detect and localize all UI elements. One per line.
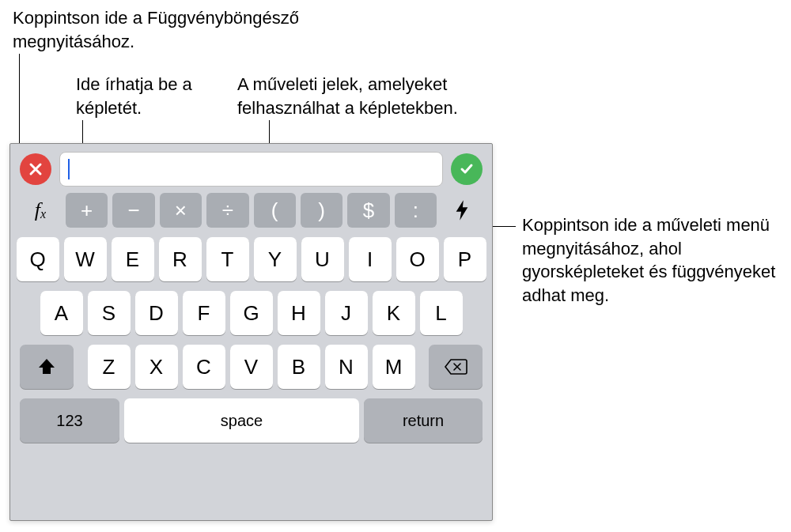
key-a[interactable]: A — [40, 291, 83, 335]
callout-operators: A műveleti jelek, amelyeket felhasználha… — [237, 73, 490, 119]
operator-minus-button[interactable]: − — [112, 193, 154, 228]
key-q[interactable]: Q — [17, 237, 59, 281]
keyboard-row-1: Q W E R T Y U I O P — [15, 237, 487, 281]
operator-open-paren-button[interactable]: ( — [254, 193, 296, 228]
key-i[interactable]: I — [349, 237, 392, 281]
fx-label-f: f — [35, 198, 40, 222]
shift-key[interactable] — [20, 345, 74, 389]
key-j[interactable]: J — [325, 291, 368, 335]
key-h[interactable]: H — [278, 291, 320, 335]
key-y[interactable]: Y — [254, 237, 297, 281]
cancel-button[interactable] — [20, 153, 51, 185]
key-g[interactable]: G — [230, 291, 273, 335]
operator-plus-button[interactable]: + — [66, 193, 108, 228]
keyboard-row-2: A S D F G H J K L — [15, 291, 487, 335]
key-p[interactable]: P — [444, 237, 486, 281]
quick-actions-button[interactable] — [441, 193, 483, 228]
backspace-key[interactable] — [429, 345, 483, 389]
keyboard-letters: Q W E R T Y U I O P A S D F G H J K L — [10, 231, 492, 451]
key-m[interactable]: M — [373, 345, 415, 389]
accept-button[interactable] — [451, 153, 483, 185]
key-v[interactable]: V — [230, 345, 273, 389]
fx-label-x: x — [40, 207, 46, 221]
operator-colon-button[interactable]: : — [395, 193, 437, 228]
key-z[interactable]: Z — [88, 345, 131, 389]
key-s[interactable]: S — [88, 291, 131, 335]
operator-multiply-button[interactable]: × — [160, 193, 202, 228]
key-n[interactable]: N — [325, 345, 368, 389]
keyboard-row-3: Z X C V B N M — [15, 345, 487, 389]
callout-function-browser: Koppintson ide a Függvényböngésző megnyi… — [13, 6, 345, 53]
formula-input[interactable] — [59, 152, 443, 187]
key-k[interactable]: K — [373, 291, 415, 335]
close-icon — [28, 161, 44, 177]
space-key[interactable]: space — [124, 398, 359, 443]
operator-close-paren-button[interactable]: ) — [301, 193, 343, 228]
key-u[interactable]: U — [301, 237, 344, 281]
callout-formula-input: Ide írhatja be a képletét. — [76, 73, 234, 119]
backspace-icon — [444, 358, 467, 375]
key-c[interactable]: C — [183, 345, 225, 389]
function-browser-button[interactable]: fx — [20, 193, 61, 228]
operator-divide-button[interactable]: ÷ — [206, 193, 248, 228]
numeric-mode-key[interactable]: 123 — [20, 398, 119, 443]
key-b[interactable]: B — [278, 345, 320, 389]
key-l[interactable]: L — [420, 291, 463, 335]
formula-bar — [10, 144, 492, 193]
operator-dollar-button[interactable]: $ — [347, 193, 389, 228]
key-f[interactable]: F — [183, 291, 225, 335]
key-w[interactable]: W — [64, 237, 107, 281]
key-r[interactable]: R — [159, 237, 202, 281]
key-d[interactable]: D — [135, 291, 178, 335]
keyboard-row-4: 123 space return — [15, 398, 487, 443]
operator-row: fx + − × ÷ ( ) $ : — [10, 193, 492, 231]
key-x[interactable]: X — [135, 345, 178, 389]
checkmark-icon — [459, 161, 475, 177]
lightning-icon — [453, 198, 471, 222]
formula-keyboard-panel: fx + − × ÷ ( ) $ : Q W E R T Y U I O P A… — [9, 143, 493, 521]
text-cursor — [68, 159, 70, 179]
key-o[interactable]: O — [396, 237, 439, 281]
callout-actions-menu: Koppintson ide a műveleti menü megnyitás… — [522, 213, 783, 308]
key-t[interactable]: T — [206, 237, 249, 281]
key-e[interactable]: E — [112, 237, 154, 281]
shift-icon — [36, 357, 57, 377]
return-key[interactable]: return — [364, 398, 483, 443]
